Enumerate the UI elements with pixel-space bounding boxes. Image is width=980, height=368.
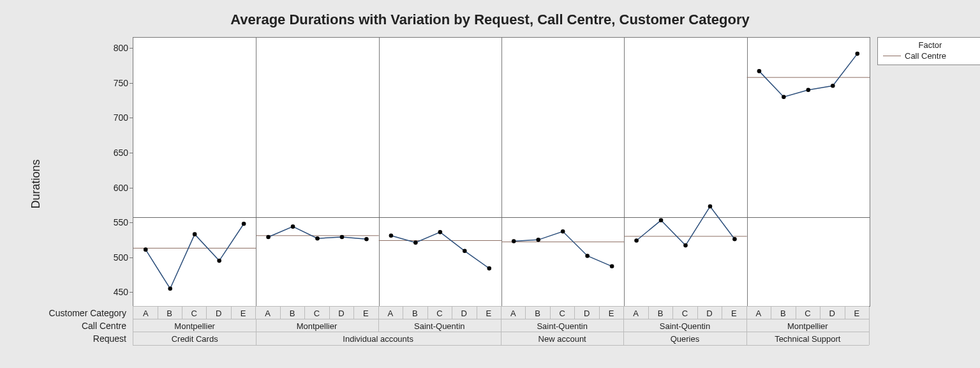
data-point — [634, 238, 639, 243]
category-cell: C — [427, 307, 452, 319]
centre-cell: Montpellier — [133, 319, 256, 332]
data-point — [732, 237, 737, 241]
data-point — [364, 237, 369, 241]
category-cell: B — [157, 307, 182, 319]
axis-header-category: Customer Category — [49, 308, 126, 318]
data-point — [683, 243, 688, 248]
category-cell: D — [329, 307, 354, 319]
category-cell: D — [697, 307, 722, 319]
category-cell: B — [771, 307, 796, 319]
y-tick-label: 600 — [114, 183, 128, 193]
category-cell: D — [574, 307, 599, 319]
axis-strip-category: Customer Category ABCDEABCDEABCDEABCDEAB… — [133, 306, 869, 319]
category-cell: D — [452, 307, 477, 319]
y-tick-label: 800 — [114, 43, 128, 53]
category-cell: A — [255, 307, 280, 319]
data-point — [487, 266, 491, 271]
request-cell: Queries — [623, 332, 746, 345]
category-cell: C — [304, 307, 329, 319]
data-point — [806, 88, 811, 93]
data-point — [144, 247, 148, 252]
plot-area: 450500550600650700750800 — [133, 37, 870, 307]
plot-svg — [133, 38, 870, 306]
category-cell: A — [746, 307, 771, 319]
data-point — [512, 239, 516, 243]
category-cell: B — [403, 307, 427, 319]
data-point — [561, 229, 565, 234]
category-cell: C — [550, 307, 575, 319]
category-cell: D — [206, 307, 231, 319]
category-cell: E — [231, 307, 256, 319]
category-cell: C — [796, 307, 820, 319]
data-point — [463, 249, 467, 254]
centre-cell: Montpellier — [255, 319, 378, 332]
legend-title: Factor — [883, 40, 977, 51]
data-point — [610, 264, 614, 269]
chart-container: Average Durations with Variation by Requ… — [0, 0, 980, 368]
data-point — [536, 238, 540, 242]
legend-line-icon — [883, 56, 901, 56]
data-point — [708, 204, 713, 209]
request-cell: Credit Cards — [133, 332, 256, 345]
axis-header-centre: Call Centre — [82, 321, 126, 331]
category-cell: E — [599, 307, 624, 319]
data-point — [438, 230, 443, 234]
category-cell: B — [648, 307, 673, 319]
category-cell: C — [182, 307, 207, 319]
data-point — [291, 224, 295, 229]
axis-header-request: Request — [93, 334, 126, 344]
y-tick-label: 500 — [114, 252, 128, 263]
y-tick-label: 550 — [114, 217, 128, 227]
axis-strip-request: Request Credit CardsIndividual accountsN… — [133, 332, 869, 346]
legend-item: Call Centre — [883, 51, 977, 61]
data-point — [389, 234, 394, 238]
centre-cell: Saint-Quentin — [623, 319, 746, 332]
category-cell: E — [845, 307, 870, 319]
category-cell: A — [501, 307, 526, 319]
centre-cell: Montpellier — [746, 319, 870, 332]
data-point — [585, 254, 590, 258]
y-axis-label: Durations — [29, 159, 43, 208]
category-cell: E — [353, 307, 378, 319]
series-line — [391, 232, 489, 268]
data-point — [193, 232, 197, 236]
data-point — [217, 259, 221, 263]
chart-title: Average Durations with Variation by Requ… — [0, 0, 980, 28]
y-tick-label: 750 — [114, 78, 128, 88]
category-cell: A — [623, 307, 648, 319]
request-cell: New account — [501, 332, 624, 345]
data-point — [340, 235, 345, 240]
series-line — [637, 206, 735, 245]
data-point — [168, 286, 172, 291]
category-cell: A — [133, 307, 158, 319]
category-cell: C — [672, 307, 697, 319]
data-point — [659, 218, 664, 223]
centre-cell: Saint-Quentin — [378, 319, 501, 332]
centre-cell: Saint-Quentin — [501, 319, 624, 332]
category-cell: B — [280, 307, 305, 319]
data-point — [266, 235, 271, 240]
y-tick-label: 650 — [114, 148, 128, 158]
data-point — [242, 222, 246, 226]
data-point — [831, 84, 835, 88]
data-point — [782, 95, 786, 99]
category-cell: E — [477, 307, 501, 319]
category-cell: A — [378, 307, 403, 319]
request-cell: Technical Support — [746, 332, 870, 345]
data-point — [315, 236, 320, 241]
y-tick-label: 700 — [114, 112, 128, 123]
data-point — [757, 69, 762, 73]
axis-strip-centre: Call Centre MontpellierMontpellierSaint-… — [133, 319, 869, 332]
category-cell: D — [820, 307, 845, 319]
request-cell: Individual accounts — [255, 332, 501, 345]
series-line — [514, 231, 612, 266]
data-point — [413, 240, 418, 245]
legend: Factor Call Centre — [877, 37, 980, 65]
data-point — [855, 52, 859, 56]
legend-item-label: Call Centre — [905, 51, 946, 61]
category-cell: E — [722, 307, 746, 319]
category-cell: B — [525, 307, 550, 319]
y-tick-label: 450 — [114, 287, 128, 297]
